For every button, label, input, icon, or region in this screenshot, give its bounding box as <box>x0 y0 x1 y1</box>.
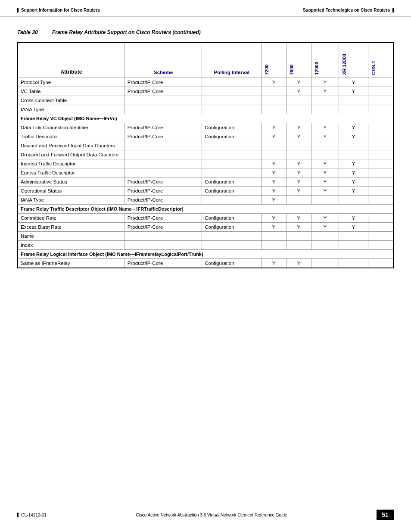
cell-xr12000: Y <box>339 87 368 96</box>
cell-12000 <box>311 150 339 159</box>
cell-7200 <box>262 150 286 159</box>
cell-12000: Y <box>311 123 339 132</box>
section-label: Frame Relay VC Object (IMO Name—IFrVc) <box>18 114 393 123</box>
cell-xr12000: Y <box>339 168 368 177</box>
cell-7600 <box>286 241 311 250</box>
footer-left: OL-14112-01 <box>17 513 47 517</box>
cell-7600: Y <box>286 123 311 132</box>
cell-12000: Y <box>311 87 339 96</box>
cell-polling <box>202 78 262 87</box>
cell-xr12000 <box>339 259 368 268</box>
cell-12000 <box>311 259 339 268</box>
cell-scheme <box>125 105 202 114</box>
table-row: Name <box>18 232 393 241</box>
cell-12000 <box>311 141 339 150</box>
table-row: Traffic DescriptorProduct/IP-CoreConfigu… <box>18 132 393 141</box>
cell-7600: Y <box>286 214 311 223</box>
cell-7200: Y <box>262 187 286 196</box>
table-row: Committed RateProduct/IP-CoreConfigurati… <box>18 214 393 223</box>
cell-7600: Y <box>286 223 311 232</box>
table-row: Operational StatusProduct/IP-CoreConfigu… <box>18 187 393 196</box>
cell-polling <box>202 196 262 205</box>
cell-attribute: Cross-Connect Table <box>18 96 125 105</box>
cell-attribute: IANA Type <box>18 105 125 114</box>
cell-scheme <box>125 168 202 177</box>
cell-polling <box>202 150 262 159</box>
cell-xr12000 <box>339 96 368 105</box>
cell-crs1 <box>368 141 393 150</box>
cell-attribute: Same as IFrameRelay <box>18 259 125 268</box>
cell-xr12000: Y <box>339 177 368 187</box>
cell-crs1 <box>368 105 393 114</box>
cell-attribute: Operational Status <box>18 187 125 196</box>
cell-crs1 <box>368 87 393 96</box>
cell-xr12000 <box>339 150 368 159</box>
table-title: Table 30 Frame Relay Attribute Support o… <box>17 29 394 35</box>
cell-crs1 <box>368 214 393 223</box>
table-row: Same as IFrameRelayProduct/IP-CoreConfig… <box>18 259 393 268</box>
cell-attribute: IANA Type <box>18 196 125 205</box>
cell-crs1 <box>368 177 393 187</box>
cell-7200 <box>262 241 286 250</box>
cell-crs1 <box>368 132 393 141</box>
table-row: Discard and Received Input Data Counters <box>18 141 393 150</box>
cell-attribute: VC Table <box>18 87 125 96</box>
cell-attribute: Traffic Descriptor <box>18 132 125 141</box>
cell-7200: Y <box>262 123 286 132</box>
cell-crs1 <box>368 150 393 159</box>
cell-attribute: Data Link Connection Identifier <box>18 123 125 132</box>
cell-scheme: Product/IP-Core <box>125 78 202 87</box>
cell-scheme: Product/IP-Core <box>125 259 202 268</box>
cell-crs1 <box>368 196 393 205</box>
cell-scheme <box>125 241 202 250</box>
cell-polling: Configuration <box>202 123 262 132</box>
table-row: Egress Traffic DescriptorYYYY <box>18 168 393 177</box>
cell-attribute: Administrative Status <box>18 177 125 187</box>
col-header-7600: 7600 <box>286 43 311 78</box>
cell-12000: Y <box>311 214 339 223</box>
cell-polling: Configuration <box>202 177 262 187</box>
cell-polling: Configuration <box>202 223 262 232</box>
table-header-row: Attribute Scheme Polling Interval 7200 7… <box>18 43 393 78</box>
table-number: Table 30 <box>17 29 38 35</box>
cell-scheme: Product/IP-Core <box>125 214 202 223</box>
cell-xr12000 <box>339 141 368 150</box>
header-left-text: Support Information for Cisco Routers <box>17 8 100 12</box>
cell-7200: Y <box>262 259 286 268</box>
cell-crs1 <box>368 78 393 87</box>
cell-polling <box>202 241 262 250</box>
cell-xr12000 <box>339 196 368 205</box>
cell-attribute: Name <box>18 232 125 241</box>
cell-attribute: Dropped and Forward Output Data Counters <box>18 150 125 159</box>
cell-12000 <box>311 232 339 241</box>
cell-xr12000: Y <box>339 132 368 141</box>
table-section-header: Frame Relay Logical Interface Object (IM… <box>18 250 393 259</box>
cell-polling <box>202 141 262 150</box>
section-label: Frame Relay Logical Interface Object (IM… <box>18 250 393 259</box>
col-header-7200: 7200 <box>262 43 286 78</box>
cell-attribute: Excess Burst Rate <box>18 223 125 232</box>
cell-7200 <box>262 105 286 114</box>
cell-7600 <box>286 196 311 205</box>
footer-center: Cisco Active Network Abstraction 3.6 Vir… <box>47 513 377 517</box>
cell-7600: Y <box>286 87 311 96</box>
col-header-crs1: CRS-1 <box>368 43 393 78</box>
cell-xr12000 <box>339 105 368 114</box>
cell-7600 <box>286 105 311 114</box>
table-caption: Frame Relay Attribute Support on Cisco R… <box>52 29 201 35</box>
cell-7200: Y <box>262 132 286 141</box>
cell-crs1 <box>368 96 393 105</box>
cell-polling <box>202 105 262 114</box>
cell-scheme <box>125 159 202 168</box>
table-row: Excess Burst RateProduct/IP-CoreConfigur… <box>18 223 393 232</box>
cell-crs1 <box>368 159 393 168</box>
table-row: Protocol TypeProduct/IP-CoreYYYY <box>18 78 393 87</box>
col-header-scheme: Scheme <box>125 43 202 78</box>
table-row: IANA TypeProduct/IP-CoreY <box>18 196 393 205</box>
cell-crs1 <box>368 223 393 232</box>
cell-7200: Y <box>262 214 286 223</box>
cell-polling <box>202 232 262 241</box>
main-table: Attribute Scheme Polling Interval 7200 7… <box>17 42 394 268</box>
cell-12000 <box>311 196 339 205</box>
cell-12000: Y <box>311 132 339 141</box>
